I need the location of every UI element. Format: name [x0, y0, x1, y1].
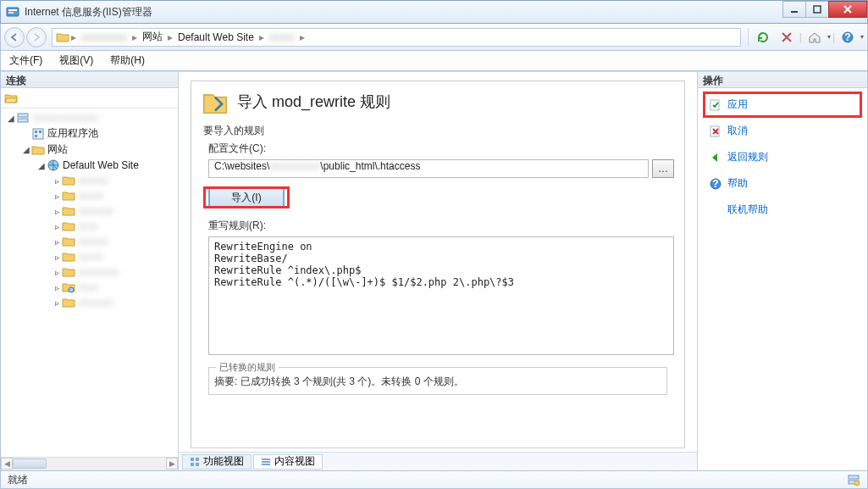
tree-child[interactable]: ▹xxxxxx	[1, 234, 178, 249]
minimize-button[interactable]	[782, 1, 806, 18]
breadcrumb-item-sites[interactable]: 网站	[139, 30, 166, 44]
expander-icon[interactable]: ◢	[6, 114, 16, 123]
chevron-right-icon: ▸	[257, 31, 266, 43]
tab-content-label: 内容视图	[274, 454, 315, 469]
folder-icon	[62, 296, 75, 309]
folder-icon	[56, 31, 69, 44]
tree-default-site[interactable]: ◢ Default Web Site	[1, 158, 178, 173]
browse-button[interactable]: …	[652, 159, 674, 178]
window-title: Internet 信息服务(IIS)管理器	[25, 5, 783, 19]
menu-help[interactable]: 帮助(H)	[107, 52, 148, 69]
import-button-highlight: 导入(I)	[208, 192, 285, 203]
rewrite-rules-textarea[interactable]	[208, 236, 674, 355]
action-online-help-label: 联机帮助	[727, 203, 768, 217]
nav-back-button[interactable]	[4, 27, 25, 47]
svg-point-28	[854, 481, 860, 486]
app-pool-icon	[31, 127, 45, 141]
tree-child[interactable]: ▹xxxxx	[1, 249, 178, 264]
folder-icon	[62, 235, 75, 248]
action-back-to-rules[interactable]: 返回规则	[703, 144, 862, 170]
expander-icon[interactable]: ◢	[36, 161, 47, 170]
breadcrumb-item-default-site[interactable]: Default Web Site	[174, 31, 257, 43]
tree-child[interactable]: ▹xxxxxx	[1, 173, 178, 188]
tree-app-pools[interactable]: 应用程序池	[1, 125, 178, 142]
import-button[interactable]: 导入(I)	[208, 186, 285, 208]
navigation-bar: ▸ xxxxxxxxx ▸ 网站 ▸ Default Web Site ▸ xx…	[0, 24, 868, 51]
breadcrumb[interactable]: ▸ xxxxxxxxx ▸ 网站 ▸ Default Web Site ▸ xx…	[52, 28, 741, 47]
action-help-label: 帮助	[727, 176, 748, 191]
page-title-row: 导入 mod_rewrite 规则	[202, 88, 674, 115]
tree-sites[interactable]: ◢ 网站	[1, 142, 178, 158]
menu-view[interactable]: 视图(V)	[56, 52, 97, 69]
tree-child[interactable]: ▹xxxxx	[1, 188, 178, 203]
svg-rect-7	[18, 114, 28, 117]
connections-header: 连接	[1, 71, 178, 88]
main-area: 连接 ◢ xxxxxxxxxxxxx 应用程序池 ◢ 网站 ◢	[0, 71, 868, 470]
config-file-suffix: \public_html\.htaccess	[320, 160, 420, 172]
svg-point-14	[69, 287, 74, 292]
svg-rect-3	[791, 11, 798, 13]
tab-features-view[interactable]: 功能视图	[182, 454, 252, 470]
breadcrumb-item[interactable]: xxxxx	[266, 31, 298, 43]
folder-icon	[62, 189, 75, 203]
action-online-help[interactable]: 联机帮助	[703, 197, 862, 223]
refresh-button[interactable]	[752, 28, 774, 47]
folder-icon	[62, 204, 75, 218]
close-button[interactable]	[828, 1, 867, 18]
rewrite-rules-label: 重写规则(R):	[208, 219, 674, 233]
tree-default-site-label: Default Web Site	[63, 159, 139, 171]
svg-rect-11	[39, 131, 41, 133]
tree-child[interactable]: ▹xxxx	[1, 280, 178, 295]
folder-icon	[62, 265, 75, 279]
help-icon: ?	[709, 177, 722, 191]
scroll-left-icon[interactable]: ◀	[1, 458, 13, 470]
nav-right-icons: | ▾ | ? ▾	[748, 28, 864, 47]
tab-content-view[interactable]: 内容视图	[253, 454, 323, 470]
sites-folder-icon	[31, 143, 45, 157]
home-button[interactable]	[804, 28, 826, 47]
config-file-label: 配置文件(C):	[208, 142, 674, 156]
scroll-right-icon[interactable]: ▶	[166, 458, 178, 470]
chevron-right-icon: ▸	[298, 31, 307, 43]
rules-to-import-label: 要导入的规则	[203, 124, 674, 138]
tree-server-node[interactable]: ◢ xxxxxxxxxxxxx	[1, 110, 178, 125]
center-panel: 导入 mod_rewrite 规则 要导入的规则 配置文件(C): C:\web…	[179, 71, 698, 470]
connections-tree[interactable]: ◢ xxxxxxxxxxxxx 应用程序池 ◢ 网站 ◢ Default Web…	[1, 108, 178, 457]
features-view-icon	[190, 457, 200, 467]
conversion-summary-box: 已转换的规则 摘要: 已成功转换 3 个规则(共 3 个)。未转换 0 个规则。	[208, 367, 667, 395]
action-apply-label: 应用	[727, 97, 748, 112]
config-file-input[interactable]: C:\websites\xxxxxxxxxx\public_html\.htac…	[208, 159, 649, 178]
svg-rect-18	[196, 463, 199, 466]
center-content: 导入 mod_rewrite 规则 要导入的规则 配置文件(C): C:\web…	[179, 71, 697, 452]
action-cancel[interactable]: 取消	[703, 118, 862, 144]
tree-child[interactable]: ▹xxxxxxx	[1, 203, 178, 219]
action-apply[interactable]: 应用	[703, 92, 862, 118]
stop-button[interactable]	[776, 28, 798, 47]
folder-open-icon[interactable]	[4, 92, 18, 105]
nav-forward-button[interactable]	[26, 27, 47, 47]
tree-child[interactable]: ▹xxxxxxxx	[1, 264, 178, 280]
scroll-thumb[interactable]	[13, 458, 47, 469]
actions-list: 应用 取消 返回规则 ? 帮助 联机帮助	[698, 88, 867, 470]
import-rules-page: 导入 mod_rewrite 规则 要导入的规则 配置文件(C): C:\web…	[191, 81, 685, 448]
tab-features-label: 功能视图	[203, 454, 244, 469]
tree-child[interactable]: ▹xxxx	[1, 219, 178, 234]
apply-icon	[709, 98, 722, 112]
chevron-right-icon: ▸	[166, 31, 174, 43]
expander-icon[interactable]: ◢	[21, 145, 31, 154]
help-button[interactable]: ?	[837, 28, 859, 47]
folder-app-icon	[62, 281, 75, 294]
maximize-button[interactable]	[805, 1, 829, 18]
tree-child[interactable]: ▹xxxxxxx	[1, 295, 178, 310]
breadcrumb-item[interactable]: xxxxxxxxx	[78, 31, 130, 43]
page-title: 导入 mod_rewrite 规则	[237, 92, 390, 112]
folder-icon	[62, 174, 75, 187]
tree-horiz-scrollbar[interactable]: ◀ ▶	[1, 457, 178, 470]
back-arrow-icon	[709, 151, 722, 164]
tree-app-pools-label: 应用程序池	[47, 126, 98, 141]
connections-toolbar	[1, 88, 178, 108]
menu-file[interactable]: 文件(F)	[6, 52, 46, 69]
config-file-prefix: C:\websites\	[214, 160, 269, 172]
chevron-right-icon: ▸	[69, 31, 78, 43]
action-help[interactable]: ? 帮助	[703, 170, 862, 197]
